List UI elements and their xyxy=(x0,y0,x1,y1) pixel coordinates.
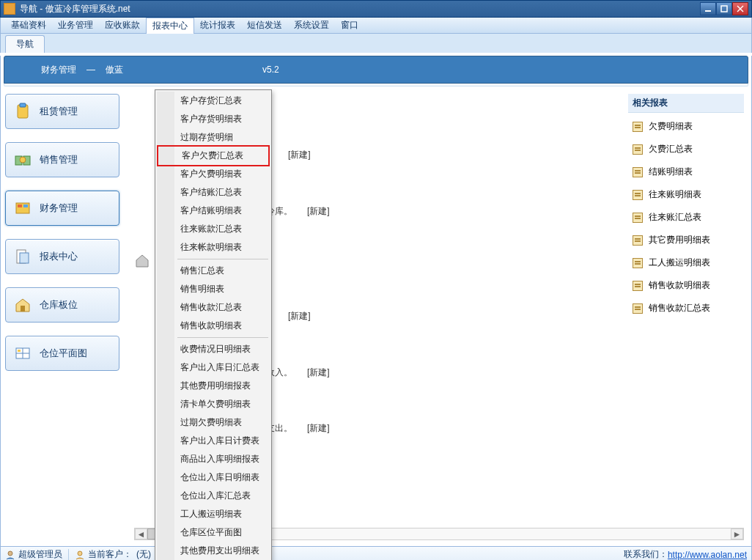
action-new[interactable]: [新建] xyxy=(307,422,330,435)
action-new[interactable]: [新建] xyxy=(288,149,311,161)
maximize-button[interactable] xyxy=(716,2,732,15)
minimize-button[interactable] xyxy=(700,2,716,15)
dropdown-item[interactable]: 客户存货汇总表 xyxy=(157,92,270,110)
dropdown-item[interactable]: 其他费用支出明细表 xyxy=(157,542,270,560)
list-item-action[interactable]: [新建] xyxy=(288,310,311,323)
maximize-icon xyxy=(720,5,728,12)
dropdown-item[interactable]: 客户欠费汇总表 xyxy=(157,145,270,166)
svg-rect-18 xyxy=(18,350,21,352)
related-report-item[interactable]: 往来账汇总表 xyxy=(633,211,740,224)
related-report-item[interactable]: 欠费汇总表 xyxy=(633,143,740,155)
dropdown-item[interactable]: 客户存货明细表 xyxy=(157,110,270,128)
report-icon xyxy=(633,144,643,155)
related-report-label: 欠费明细表 xyxy=(649,120,693,133)
dropdown-item[interactable]: 客户欠费明细表 xyxy=(157,165,270,183)
related-report-item[interactable]: 欠费明细表 xyxy=(633,120,740,133)
list-item: 冷库。 [新建] xyxy=(266,205,330,218)
nav-btn-rent[interactable]: 租赁管理 xyxy=(5,94,119,129)
report-icon xyxy=(633,213,643,223)
svg-rect-13 xyxy=(20,253,29,263)
dropdown-item[interactable]: 仓位出入库汇总表 xyxy=(157,487,270,505)
dropdown-separator xyxy=(177,337,268,338)
status-customer-value: (无) xyxy=(136,548,151,560)
action-new[interactable]: [新建] xyxy=(307,205,330,218)
menu-item-4[interactable]: 统计报表 xyxy=(194,18,241,33)
related-report-item[interactable]: 销售收款明细表 xyxy=(633,279,740,292)
page-banner: 财务管理 — 傲蓝 v5.2 xyxy=(4,56,748,84)
dropdown-item[interactable]: 仓位出入库日明细表 xyxy=(157,468,270,487)
dropdown-item[interactable]: 往来帐款明细表 xyxy=(157,238,270,257)
menu-item-0[interactable]: 基础资料 xyxy=(5,18,52,33)
status-contact-link[interactable]: http://www.aolan.net xyxy=(668,550,747,560)
dropdown-item[interactable]: 客户出入库日计费表 xyxy=(157,432,270,450)
related-report-item[interactable]: 结账明细表 xyxy=(633,166,740,178)
nav-btn-report[interactable]: 报表中心 xyxy=(5,239,119,274)
menu-item-3[interactable]: 报表中心 xyxy=(146,18,194,34)
dropdown-item[interactable]: 销售收款明细表 xyxy=(157,317,270,335)
dropdown-item[interactable]: 销售明细表 xyxy=(157,280,270,298)
banner-prefix: 财务管理 xyxy=(41,64,76,76)
dropdown-item[interactable]: 商品出入库明细报表 xyxy=(157,450,270,468)
list-item-action[interactable]: [新建] xyxy=(288,149,311,161)
list-item: 支出。 [新建] xyxy=(266,422,330,435)
menu-item-2[interactable]: 应收账款 xyxy=(99,18,146,33)
nav-label: 销售管理 xyxy=(40,153,78,166)
dropdown-item[interactable]: 工人搬运明细表 xyxy=(157,505,270,523)
dropdown-item[interactable]: 客户结账汇总表 xyxy=(157,183,270,202)
plan-icon xyxy=(13,344,32,363)
dropdown-item[interactable]: 仓库区位平面图 xyxy=(157,523,270,542)
content-area: 财务管理 — 傲蓝 v5.2 租赁管理销售管理财务管理报表中心仓库板位仓位平面图… xyxy=(0,56,752,547)
side-nav: 租赁管理销售管理财务管理报表中心仓库板位仓位平面图 xyxy=(4,94,119,526)
menu-item-1[interactable]: 业务管理 xyxy=(52,18,99,33)
list-item: 收入。 [新建] xyxy=(266,366,330,379)
nav-label: 财务管理 xyxy=(40,202,78,215)
app-icon xyxy=(4,3,15,15)
svg-rect-10 xyxy=(18,205,22,207)
banner-version: v5.2 xyxy=(262,65,279,75)
close-button[interactable] xyxy=(732,2,748,15)
nav-btn-finance[interactable]: 财务管理 xyxy=(5,191,119,226)
home-icon xyxy=(134,252,150,268)
nav-btn-sale[interactable]: 销售管理 xyxy=(5,142,119,177)
scroll-right-arrow[interactable]: ► xyxy=(731,528,743,539)
related-report-item[interactable]: 其它费用明细表 xyxy=(633,234,740,246)
nav-btn-plan[interactable]: 仓位平面图 xyxy=(5,336,119,371)
report-icon xyxy=(633,167,643,177)
dropdown-item[interactable]: 过期欠费明细表 xyxy=(157,413,270,432)
dropdown-item[interactable]: 销售汇总表 xyxy=(157,262,270,280)
dropdown-item[interactable]: 过期存货明细 xyxy=(157,128,270,147)
dropdown-separator xyxy=(177,259,268,259)
dropdown-item[interactable]: 客户结账明细表 xyxy=(157,202,270,220)
tab-nav[interactable]: 导航 xyxy=(5,35,45,53)
related-report-item[interactable]: 销售收款汇总表 xyxy=(633,302,740,314)
dropdown-item[interactable]: 其他费用明细报表 xyxy=(157,377,270,395)
dropdown-item[interactable]: 客户出入库日汇总表 xyxy=(157,358,270,377)
related-report-item[interactable]: 工人搬运明细表 xyxy=(633,257,740,269)
dropdown-item[interactable]: 收费情况日明细表 xyxy=(157,340,270,358)
banner-sep: — xyxy=(86,65,95,75)
menubar: 基础资料业务管理应收账款报表中心统计报表短信发送系统设置窗口 xyxy=(0,18,752,34)
warehouse-icon xyxy=(13,295,32,314)
scroll-left-arrow[interactable]: ◄ xyxy=(135,528,147,539)
action-new[interactable]: [新建] xyxy=(288,310,311,323)
svg-rect-14 xyxy=(21,306,25,312)
svg-rect-1 xyxy=(721,6,727,12)
dropdown-item[interactable]: 清卡单欠费明细表 xyxy=(157,395,270,413)
related-report-label: 工人搬运明细表 xyxy=(649,257,710,269)
menu-item-7[interactable]: 窗口 xyxy=(335,18,364,33)
menu-item-6[interactable]: 系统设置 xyxy=(288,18,335,33)
sale-icon xyxy=(13,150,32,169)
related-report-item[interactable]: 往来账明细表 xyxy=(633,188,740,201)
related-report-label: 其它费用明细表 xyxy=(649,234,710,246)
menu-item-5[interactable]: 短信发送 xyxy=(241,18,288,33)
list-item[interactable] xyxy=(134,252,150,268)
close-icon xyxy=(737,5,744,12)
svg-rect-5 xyxy=(20,103,26,107)
dropdown-item[interactable]: 往来账款汇总表 xyxy=(157,220,270,238)
related-reports-panel: 相关报表 欠费明细表欠费汇总表结账明细表往来账明细表往来账汇总表其它费用明细表工… xyxy=(628,94,744,526)
status-bar: 超级管理员 当前客户： (无) 取消 联系我们： http://www.aola… xyxy=(0,547,752,560)
report-icon xyxy=(633,258,643,268)
dropdown-item[interactable]: 销售收款汇总表 xyxy=(157,298,270,317)
action-new[interactable]: [新建] xyxy=(307,366,330,379)
nav-btn-warehouse[interactable]: 仓库板位 xyxy=(5,287,119,323)
